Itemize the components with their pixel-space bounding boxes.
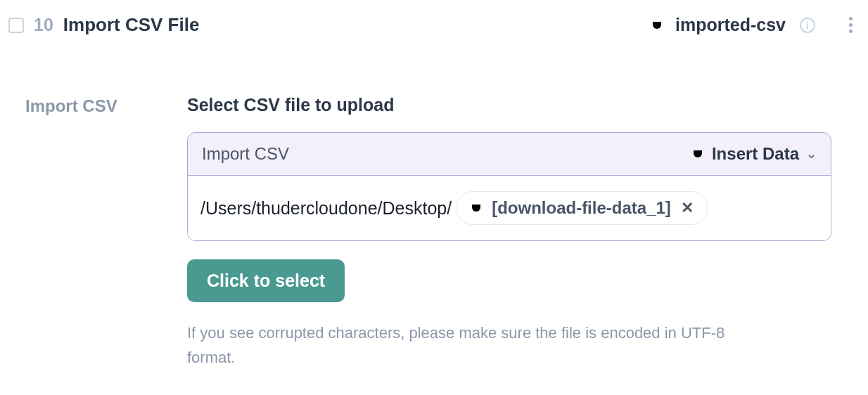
plug-icon: [689, 145, 706, 162]
data-chip-label: [download-file-data_1]: [492, 198, 671, 218]
step-checkbox[interactable]: [8, 18, 24, 33]
file-path-text: /Users/thudercloudone/Desktop/: [200, 198, 452, 219]
step-title: Import CSV File: [63, 14, 200, 36]
click-to-select-button[interactable]: Click to select: [187, 259, 345, 302]
kebab-menu-icon[interactable]: [846, 14, 855, 36]
info-icon[interactable]: i: [800, 18, 815, 33]
encoding-hint: If you see corrupted characters, please …: [187, 320, 764, 370]
plug-icon: [468, 200, 485, 216]
output-name[interactable]: imported-csv: [675, 15, 786, 35]
file-path-input[interactable]: /Users/thudercloudone/Desktop/ [download…: [188, 176, 831, 240]
field-title: Select CSV file to upload: [187, 95, 831, 115]
step-header: 10 Import CSV File imported-csv i: [8, 14, 860, 36]
panel-header: Import CSV Insert Data ⌄: [188, 133, 831, 176]
chevron-down-icon: ⌄: [806, 146, 817, 162]
file-input-panel: Import CSV Insert Data ⌄ /Users/thudercl…: [187, 132, 831, 241]
field-side-label: Import CSV: [25, 95, 131, 370]
panel-header-label: Import CSV: [202, 144, 289, 164]
close-icon[interactable]: ✕: [678, 198, 696, 219]
insert-data-label: Insert Data: [712, 144, 799, 164]
plug-icon: [649, 17, 665, 34]
step-number: 10: [34, 15, 53, 35]
insert-data-button[interactable]: Insert Data ⌄: [689, 144, 817, 164]
data-chip[interactable]: [download-file-data_1] ✕: [456, 191, 708, 225]
